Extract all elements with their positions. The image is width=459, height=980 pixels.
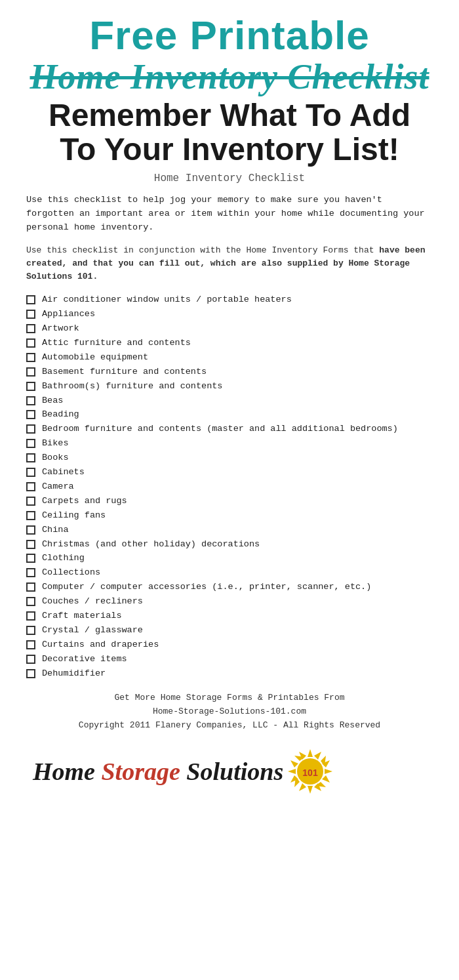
item-label: Christmas (and other holiday) decoration… — [42, 539, 433, 551]
brand-footer: Home Storage Solutions — [26, 742, 433, 801]
checkbox-icon[interactable] — [26, 626, 35, 635]
item-label: Cabinets — [42, 466, 433, 479]
list-item: Carpets and rugs — [26, 495, 433, 508]
svg-marker-2 — [325, 769, 332, 774]
item-label: China — [42, 524, 433, 537]
list-item: Cabinets — [26, 466, 433, 479]
list-item: Computer / computer accessories (i.e., p… — [26, 581, 433, 594]
item-label: Appliances — [42, 308, 433, 321]
item-label: Collections — [42, 567, 433, 579]
svg-marker-14 — [290, 760, 298, 767]
list-item: Appliances — [26, 308, 433, 321]
checkbox-icon[interactable] — [26, 367, 35, 377]
list-item: Beading — [26, 409, 433, 421]
list-item: Crystal / glassware — [26, 624, 433, 637]
item-label: Couches / recliners — [42, 596, 433, 608]
checkbox-icon[interactable] — [26, 525, 35, 535]
checkbox-icon[interactable] — [26, 295, 35, 304]
item-label: Crystal / glassware — [42, 624, 433, 637]
list-item: Air conditioner window units / portable … — [26, 294, 433, 306]
title-section: Free Printable Home Inventory Checklist … — [26, 13, 433, 184]
checkbox-icon[interactable] — [26, 497, 35, 506]
checkbox-icon[interactable] — [26, 540, 35, 549]
checkbox-icon[interactable] — [26, 482, 35, 491]
item-label: Artwork — [42, 323, 433, 335]
item-label: Dehumidifier — [42, 668, 433, 680]
svg-text:101: 101 — [303, 767, 319, 778]
checkbox-icon[interactable] — [26, 338, 35, 348]
item-label: Clothing — [42, 552, 433, 565]
list-item: Couches / recliners — [26, 596, 433, 608]
list-item: Clothing — [26, 552, 433, 565]
list-item: Basement furniture and contents — [26, 366, 433, 378]
list-item: China — [26, 524, 433, 537]
item-label: Ceiling fans — [42, 510, 433, 522]
svg-marker-6 — [288, 769, 296, 774]
brand-sun-icon: 101 — [287, 748, 333, 794]
checkbox-icon[interactable] — [26, 511, 35, 520]
list-item: Artwork — [26, 323, 433, 335]
list-item: Books — [26, 452, 433, 464]
page: Free Printable Home Inventory Checklist … — [0, 0, 459, 807]
item-label: Beas — [42, 395, 433, 407]
item-label: Craft materials — [42, 610, 433, 623]
svg-marker-8 — [314, 752, 321, 760]
list-item: Bedroom furniture and contents (master a… — [26, 423, 433, 436]
svg-marker-10 — [322, 775, 330, 783]
item-label: Computer / computer accessories (i.e., p… — [42, 581, 433, 594]
item-label: Books — [42, 452, 433, 464]
intro-paragraph2: Use this checklist in conjunction with t… — [26, 244, 433, 283]
footer-line3: Copyright 2011 Flanery Companies, LLC - … — [26, 719, 433, 733]
item-label: Bedroom furniture and contents (master a… — [42, 423, 433, 436]
svg-marker-0 — [308, 749, 313, 757]
list-item: Bathroom(s) furniture and contents — [26, 380, 433, 393]
checkbox-icon[interactable] — [26, 669, 35, 678]
checkbox-icon[interactable] — [26, 582, 35, 592]
item-label: Basement furniture and contents — [42, 366, 433, 378]
item-label: Automobile equipment — [42, 352, 433, 364]
checkbox-icon[interactable] — [26, 640, 35, 649]
checkbox-icon[interactable] — [26, 453, 35, 462]
item-label: Camera — [42, 481, 433, 493]
checkbox-icon[interactable] — [26, 554, 35, 563]
item-label: Carpets and rugs — [42, 495, 433, 508]
list-item: Ceiling fans — [26, 510, 433, 522]
item-label: Bathroom(s) furniture and contents — [42, 380, 433, 393]
checkbox-icon[interactable] — [26, 324, 35, 333]
list-item: Attic furniture and contents — [26, 337, 433, 350]
list-item: Bikes — [26, 438, 433, 450]
list-item: Curtains and draperies — [26, 639, 433, 651]
checkbox-icon[interactable] — [26, 382, 35, 391]
svg-marker-12 — [299, 783, 306, 791]
title-line3: Remember What To Add To Your Inventory L… — [26, 98, 433, 168]
checkbox-icon[interactable] — [26, 353, 35, 362]
item-label: Bikes — [42, 438, 433, 450]
list-item: Automobile equipment — [26, 352, 433, 364]
checkbox-icon[interactable] — [26, 468, 35, 477]
subtitle: Home Inventory Checklist — [26, 173, 433, 184]
list-item: Collections — [26, 567, 433, 579]
checkbox-icon[interactable] — [26, 611, 35, 621]
footer-line1: Get More Home Storage Forms & Printables… — [26, 691, 433, 705]
title-line2: Home Inventory Checklist — [26, 58, 433, 96]
checkbox-icon[interactable] — [26, 310, 35, 319]
checkbox-icon[interactable] — [26, 424, 35, 434]
item-label: Beading — [42, 409, 433, 421]
svg-marker-4 — [308, 786, 313, 794]
item-label: Curtains and draperies — [42, 639, 433, 651]
brand-text: Home Storage Solutions — [33, 757, 283, 786]
checkbox-icon[interactable] — [26, 597, 35, 606]
checkbox-icon[interactable] — [26, 655, 35, 664]
list-item: Beas — [26, 395, 433, 407]
checkbox-icon[interactable] — [26, 439, 35, 448]
item-label: Air conditioner window units / portable … — [42, 294, 433, 306]
footer: Get More Home Storage Forms & Printables… — [26, 691, 433, 732]
list-item: Christmas (and other holiday) decoration… — [26, 539, 433, 551]
title-line1: Free Printable — [26, 13, 433, 58]
checkbox-icon[interactable] — [26, 396, 35, 405]
item-label: Decorative items — [42, 653, 433, 666]
checkbox-icon[interactable] — [26, 410, 35, 419]
list-item: Dehumidifier — [26, 668, 433, 680]
intro-paragraph1: Use this checklist to help jog your memo… — [26, 194, 433, 235]
checkbox-icon[interactable] — [26, 568, 35, 577]
